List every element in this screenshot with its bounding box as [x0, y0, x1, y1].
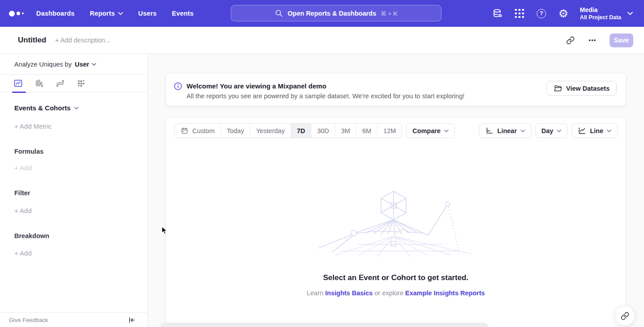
- date-range-segmented-control: Custom Today Yesterday 7D 30D 3M 6M 12M: [174, 123, 402, 138]
- nav-item-events[interactable]: Events: [172, 10, 194, 17]
- project-name: Media: [580, 6, 621, 13]
- add-breakdown-button[interactable]: + Add: [14, 249, 133, 257]
- report-header-bar: Untitled + Add description... ••• Save: [0, 27, 644, 54]
- search-shortcut-hint: ⌘ + K: [381, 10, 398, 17]
- filter-section-header: Filter: [14, 189, 133, 197]
- chevron-down-icon: [74, 107, 79, 109]
- tab-flow-icon[interactable]: [55, 79, 65, 88]
- linear-axis-icon: [485, 126, 494, 135]
- add-filter-button[interactable]: + Add: [14, 207, 133, 214]
- chevron-down-icon: [627, 12, 633, 15]
- date-range-7d-selected[interactable]: 7D: [291, 124, 311, 138]
- learn-prefix: Learn: [307, 289, 325, 297]
- apps-grid-icon[interactable]: [514, 8, 525, 19]
- visualization-tabs: [0, 74, 147, 92]
- primary-nav: Dashboards Reports Users Events: [36, 10, 194, 17]
- line-chart-icon: [578, 126, 586, 135]
- insights-basics-link[interactable]: Insights Basics: [325, 289, 373, 297]
- view-datasets-button[interactable]: View Datasets: [547, 81, 617, 96]
- compare-dropdown[interactable]: Compare: [406, 123, 455, 138]
- or-explore-text: or explore: [373, 289, 405, 297]
- top-nav-right-cluster: ? ⚙ Media All Project Data: [492, 0, 644, 27]
- empty-state-illustration: [311, 189, 481, 257]
- breakdown-section-header: Breakdown: [14, 232, 133, 239]
- give-feedback-link[interactable]: Give Feedback: [9, 317, 48, 323]
- scale-dropdown[interactable]: Linear: [479, 123, 531, 138]
- view-datasets-label: View Datasets: [566, 85, 610, 92]
- interval-dropdown[interactable]: Day: [535, 123, 568, 138]
- welcome-banner: Welcome! You are viewing a Mixpanel demo…: [165, 73, 626, 106]
- chevron-down-icon: [607, 130, 611, 132]
- chart-type-label: Line: [590, 127, 603, 134]
- analyze-uniques-row: Analyze Uniques by User: [0, 54, 147, 74]
- events-cohorts-section-header[interactable]: Events & Cohorts: [14, 104, 133, 112]
- chart-toolbar: Custom Today Yesterday 7D 30D 3M 6M 12M …: [166, 117, 626, 138]
- compare-label: Compare: [412, 127, 441, 134]
- analyze-by-dropdown[interactable]: User: [75, 61, 96, 68]
- chevron-down-icon: [444, 130, 449, 132]
- project-switcher[interactable]: Media All Project Data: [580, 6, 633, 21]
- tab-line-chart-icon[interactable]: [13, 79, 23, 88]
- bottom-dock-panel: [160, 323, 489, 327]
- report-header-actions: ••• Save: [565, 27, 633, 54]
- date-range-12m[interactable]: 12M: [377, 124, 402, 138]
- chevron-down-icon: [118, 12, 123, 15]
- chevron-down-icon: [557, 130, 561, 132]
- nav-item-users[interactable]: Users: [138, 10, 157, 17]
- project-scope: All Project Data: [580, 14, 621, 21]
- example-insights-reports-link[interactable]: Example Insights Reports: [405, 289, 485, 297]
- date-range-yesterday[interactable]: Yesterday: [250, 124, 291, 138]
- copy-link-icon[interactable]: [565, 35, 576, 46]
- calendar-icon: [181, 127, 188, 134]
- interval-label: Day: [542, 127, 554, 134]
- report-title[interactable]: Untitled: [18, 36, 46, 45]
- tab-metrics-grid-icon[interactable]: [76, 79, 86, 88]
- query-builder-sidebar: Analyze Uniques by User: [0, 54, 148, 327]
- date-range-custom-label: Custom: [192, 127, 215, 134]
- nav-item-dashboards[interactable]: Dashboards: [36, 10, 75, 17]
- info-icon: [174, 82, 182, 91]
- date-range-custom[interactable]: Custom: [175, 124, 220, 138]
- search-placeholder: Open Reports & Dashboards: [288, 10, 376, 17]
- chart-display-controls: Linear Day Line: [479, 123, 618, 138]
- add-description-field[interactable]: + Add description...: [55, 37, 110, 44]
- main-content: Welcome! You are viewing a Mixpanel demo…: [148, 54, 644, 327]
- selected-tab-indicator: [12, 92, 26, 93]
- analyze-prefix-label: Analyze Uniques by: [14, 61, 72, 68]
- add-metric-button[interactable]: + Add Metric: [14, 122, 133, 130]
- chevron-down-icon: [521, 130, 525, 132]
- formulas-section-header: Formulas: [14, 148, 133, 155]
- add-formula-button[interactable]: + Add: [14, 164, 133, 172]
- nav-item-reports[interactable]: Reports: [90, 10, 123, 17]
- top-navigation-bar: Dashboards Reports Users Events Open Rep…: [0, 0, 644, 27]
- collapse-sidebar-icon[interactable]: [128, 316, 136, 324]
- save-button[interactable]: Save: [610, 34, 633, 47]
- report-canvas-card: Custom Today Yesterday 7D 30D 3M 6M 12M …: [165, 117, 626, 327]
- help-glyph: ?: [540, 10, 543, 17]
- date-range-6m[interactable]: 6M: [356, 124, 377, 138]
- more-options-icon[interactable]: •••: [587, 35, 598, 46]
- tab-bar-chart-icon[interactable]: [34, 79, 44, 88]
- welcome-title: Welcome! You are viewing a Mixpanel demo: [186, 82, 326, 90]
- chart-type-dropdown[interactable]: Line: [572, 123, 618, 138]
- welcome-subtitle: All the reports you see are powered by a…: [186, 92, 465, 100]
- global-search-input[interactable]: Open Reports & Dashboards ⌘ + K: [231, 5, 441, 21]
- data-management-icon[interactable]: [492, 8, 503, 19]
- settings-gear-icon[interactable]: ⚙: [558, 8, 569, 19]
- help-icon[interactable]: ?: [536, 8, 547, 19]
- chevron-down-icon: [92, 63, 96, 66]
- analyze-by-value: User: [75, 61, 89, 68]
- search-icon: [275, 9, 283, 17]
- empty-state-title: Select an Event or Cohort to get started…: [166, 273, 626, 282]
- link-icon: [621, 312, 629, 320]
- folder-icon: [554, 84, 562, 92]
- scale-label: Linear: [497, 127, 517, 134]
- share-link-floating-button[interactable]: [614, 306, 635, 326]
- date-range-3m[interactable]: 3M: [335, 124, 356, 138]
- mixpanel-logo[interactable]: [9, 11, 24, 17]
- date-range-30d[interactable]: 30D: [311, 124, 335, 138]
- empty-state-links: Learn Insights Basics or explore Example…: [166, 289, 626, 297]
- sidebar-footer: Give Feedback: [0, 312, 147, 327]
- nav-item-reports-label: Reports: [90, 10, 115, 17]
- date-range-today[interactable]: Today: [220, 124, 250, 138]
